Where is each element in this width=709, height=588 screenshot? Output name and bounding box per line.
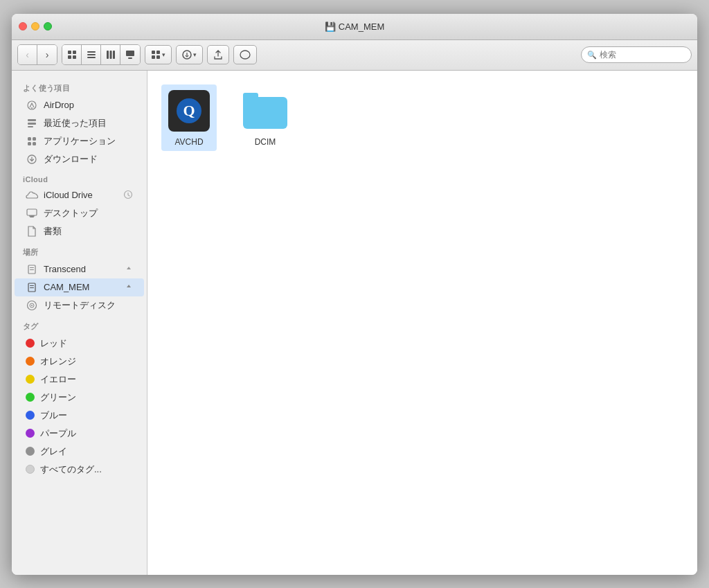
svg-point-17 (240, 51, 250, 59)
share-button[interactable] (207, 45, 229, 64)
eject-icon-cam[interactable] (125, 283, 133, 292)
recents-icon (26, 117, 38, 130)
svg-rect-5 (87, 54, 96, 55)
places-section-label: 場所 (12, 240, 147, 260)
minimize-button[interactable] (31, 22, 39, 30)
icon-view-button[interactable] (62, 45, 82, 64)
desktop-icon (26, 207, 38, 220)
svg-rect-8 (109, 51, 111, 59)
sidebar-item-tag-red[interactable]: レッド (15, 335, 144, 353)
tags-section-label: タグ (12, 314, 147, 335)
forward-button[interactable]: › (37, 45, 57, 64)
svg-rect-21 (28, 123, 36, 125)
sidebar-item-airdrop[interactable]: AirDrop (15, 96, 144, 114)
eject-icon[interactable] (125, 265, 133, 274)
close-button[interactable] (19, 22, 27, 30)
sidebar-item-label: グレイ (40, 445, 133, 458)
folder-icon (243, 93, 287, 129)
file-item-avchd[interactable]: Q AVCHD (161, 84, 217, 151)
finder-window: 💾 CAM_MEM ‹ › ▾ (12, 14, 697, 575)
tag-dot-blue (26, 411, 35, 420)
window-title: 💾 CAM_MEM (325, 21, 384, 32)
svg-rect-24 (33, 137, 36, 141)
content-area: よく使う項目 AirDrop 最近使った項目 アプリケーション (12, 71, 697, 575)
airdrop-icon (26, 99, 38, 112)
tag-dot-gray (26, 447, 35, 456)
folder-body (243, 97, 287, 129)
svg-point-40 (31, 305, 33, 306)
sidebar-item-label: グリーン (40, 391, 133, 404)
sidebar-item-icloud-drive[interactable]: iCloud Drive (15, 186, 144, 204)
traffic-lights (19, 22, 52, 30)
sidebar-item-label: ダウンロード (44, 153, 133, 166)
avchd-icon: Q (168, 90, 210, 132)
downloads-icon (26, 153, 38, 166)
gallery-view-button[interactable] (120, 45, 140, 64)
svg-rect-10 (126, 51, 134, 56)
file-item-label: AVCHD (174, 137, 203, 147)
sidebar-item-label: CAM_MEM (44, 282, 119, 292)
sidebar-item-tag-purple[interactable]: パープル (15, 425, 144, 443)
sidebar-item-transcend[interactable]: Transcend (15, 260, 144, 278)
sidebar-item-tag-yellow[interactable]: イエロー (15, 371, 144, 389)
svg-rect-26 (33, 142, 36, 145)
list-view-button[interactable] (82, 45, 101, 64)
sidebar-item-label: 最近使った項目 (44, 117, 133, 130)
svg-rect-13 (156, 51, 160, 54)
svg-rect-25 (28, 142, 31, 145)
column-view-button[interactable] (101, 45, 120, 64)
action-button[interactable]: ▾ (176, 45, 203, 64)
file-item-label: DCIM (255, 137, 276, 147)
arrange-button[interactable]: ▾ (145, 45, 172, 64)
sidebar-item-tag-gray[interactable]: グレイ (15, 443, 144, 461)
sidebar-item-cam-mem[interactable]: CAM_MEM (15, 278, 144, 296)
svg-rect-20 (28, 119, 36, 121)
sidebar-item-tag-green[interactable]: グリーン (15, 389, 144, 407)
back-button[interactable]: ‹ (18, 45, 37, 64)
tag-button[interactable] (233, 45, 257, 64)
file-item-dcim[interactable]: DCIM (237, 84, 293, 151)
svg-rect-11 (128, 57, 132, 59)
tag-dot-all (26, 465, 35, 474)
transcend-icon (26, 263, 38, 276)
sidebar: よく使う項目 AirDrop 最近使った項目 アプリケーション (12, 71, 147, 575)
svg-rect-29 (27, 209, 37, 215)
sidebar-item-remote-disk[interactable]: リモートディスク (15, 296, 144, 314)
search-input[interactable] (600, 50, 683, 60)
svg-rect-9 (113, 51, 115, 59)
sidebar-item-tag-blue[interactable]: ブルー (15, 407, 144, 425)
sidebar-item-tag-orange[interactable]: オレンジ (15, 353, 144, 371)
svg-rect-14 (152, 55, 155, 59)
sidebar-item-applications[interactable]: アプリケーション (15, 132, 144, 150)
sidebar-item-label: ブルー (40, 409, 133, 422)
view-buttons (62, 44, 141, 65)
sidebar-item-label: すべてのタグ... (40, 463, 133, 476)
sidebar-item-all-tags[interactable]: すべてのタグ... (15, 461, 144, 479)
sidebar-item-label: AirDrop (44, 100, 133, 110)
avchd-icon-container: Q (167, 89, 211, 133)
icloud-section-label: iCloud (12, 168, 147, 186)
sidebar-item-label: パープル (40, 427, 133, 440)
sidebar-item-label: オレンジ (40, 355, 133, 368)
svg-rect-22 (28, 126, 33, 127)
search-box[interactable]: 🔍 (581, 46, 692, 63)
svg-rect-6 (87, 57, 96, 58)
sidebar-item-documents[interactable]: 書類 (15, 222, 144, 240)
svg-rect-23 (28, 137, 31, 141)
icloud-icon (26, 189, 38, 202)
tag-dot-orange (26, 357, 35, 366)
avchd-q-symbol: Q (177, 98, 201, 123)
search-icon: 🔍 (587, 51, 597, 60)
maximize-button[interactable] (44, 22, 52, 30)
svg-rect-31 (29, 215, 35, 217)
sidebar-item-desktop[interactable]: デスクトップ (15, 204, 144, 222)
tag-dot-red (26, 339, 35, 348)
svg-rect-33 (30, 267, 34, 268)
sidebar-item-label: レッド (40, 337, 133, 350)
svg-rect-7 (107, 51, 109, 59)
sidebar-item-downloads[interactable]: ダウンロード (15, 150, 144, 168)
tag-dot-purple (26, 429, 35, 438)
sidebar-item-label: Transcend (44, 264, 119, 274)
sidebar-item-recents[interactable]: 最近使った項目 (15, 114, 144, 132)
favorites-section-label: よく使う項目 (12, 76, 147, 96)
